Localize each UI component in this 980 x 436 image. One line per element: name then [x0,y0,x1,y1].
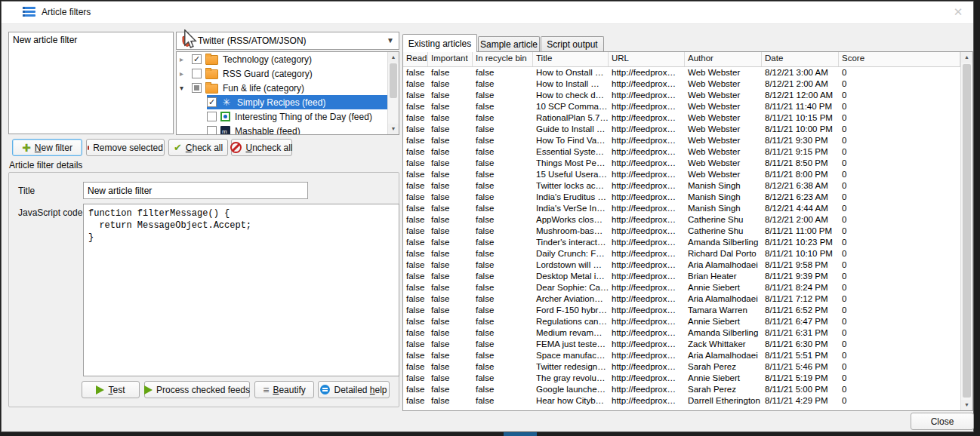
window-close-icon[interactable]: ✕ [951,5,966,20]
table-row[interactable]: falsefalsefalseFEMA just teste…http://fe… [403,339,960,350]
new-filter-button[interactable]: ✚ New filter [12,139,82,156]
scrollbar-thumb[interactable] [390,63,397,98]
table-row[interactable]: falsefalsefalseTwitter locks ac…http://f… [403,180,960,192]
check-icon: ✔ [174,142,182,153]
table-cell: 8/11/21 8:24 PM [762,282,839,293]
table-row[interactable]: falsefalsefalseThings Most Pe…http://fee… [403,158,960,169]
no-entry-icon [230,142,242,153]
account-combobox[interactable]: Twitter (RSS/ATOM/JSON) ▼ [176,32,399,50]
table-row[interactable]: falsefalsefalseFord F-150 hybr…http://fe… [403,305,960,316]
table-row[interactable]: falsefalsefalse10 SCP Comma…http://feedp… [403,101,960,112]
column-header[interactable]: URL [609,52,685,66]
checkbox-unchecked[interactable] [192,69,202,78]
table-row[interactable]: falsefalsefalseHow to check d…http://fee… [403,90,960,101]
table-row[interactable]: falsefalsefalseThe gray revolu…http://fe… [403,373,960,384]
table-cell: false [403,214,428,226]
filter-list-item[interactable]: New article filter [9,32,173,48]
scroll-up-icon[interactable]: ▲ [388,52,399,63]
table-row[interactable]: falsefalsefalseMedium revam…http://feedp… [403,327,960,339]
table-row[interactable]: falsefalsefalse15 Useful Usera…http://fe… [403,169,960,180]
table-cell: 8/12/21 12:00 AM [762,90,839,101]
table-cell: false [473,146,533,158]
table-cell: Space manufac… [533,350,609,361]
column-header[interactable]: Author [685,52,762,66]
close-button[interactable]: Close [911,413,974,430]
table-cell: false [473,361,533,373]
table-row[interactable]: falsefalsefalseRegulations can…http://fe… [403,316,960,327]
checkbox-checked[interactable] [192,54,202,64]
tree-item[interactable]: Fun & life (category) [177,81,387,95]
check-all-button[interactable]: ✔ Check all [168,139,228,156]
table-cell: India's Eruditus … [533,192,609,203]
column-header[interactable]: Important [428,52,473,66]
filters-list[interactable]: New article filter [8,32,174,134]
column-header[interactable]: Score [839,52,960,66]
table-row[interactable]: falsefalsefalseSpace manufac…http://feed… [403,350,960,361]
tab-sample-article[interactable]: Sample article [478,36,540,52]
table-row[interactable]: falsefalsefalseTinder's interact…http://… [403,237,960,248]
table-row[interactable]: falsefalsefalseAppWorks clos…http://feed… [403,214,960,226]
table-row[interactable]: falsefalsefalseTwitter redesign…http://f… [403,361,960,373]
table-cell: Catherine Shu [685,226,762,237]
table-row[interactable]: falsefalsefalseGoogle launche…http://fee… [403,384,960,395]
scrollbar-thumb[interactable] [963,64,971,398]
tree-item[interactable]: RSS Guard (category) [177,66,387,81]
tree-item[interactable]: Interesting Thing of the Day (feed) [177,109,387,124]
checkbox-unchecked[interactable] [207,126,217,134]
tree-item[interactable]: Technology (category) [177,52,387,66]
table-cell: http://feedprox… [609,158,685,169]
table-scrollbar[interactable]: ▲ ▼ [960,52,972,410]
table-cell: Things Most Pe… [533,158,609,169]
remove-selected-label: Remove selected [93,143,163,153]
table-cell: 0 [839,112,960,124]
table-cell: http://feedprox… [609,305,685,316]
process-checked-feeds-button[interactable]: Process checked feeds [144,381,250,398]
table-cell: http://feedprox… [609,226,685,237]
table-row[interactable]: falsefalsefalseGuide to Install …http://… [403,124,960,135]
table-row[interactable]: falsefalsefalseMushroom-bas…http://feedp… [403,226,960,237]
table-row[interactable]: falsefalsefalseRationalPlan 5.7…http://f… [403,112,960,124]
table-row[interactable]: falsefalsefalseIndia's Eruditus …http://… [403,192,960,203]
table-row[interactable]: falsefalsefalseDaily Crunch: F…http://fe… [403,248,960,259]
scroll-down-icon[interactable]: ▼ [388,124,399,134]
expander-collapsed-icon[interactable] [180,52,183,66]
tree-item[interactable]: Mashable (feed) [177,124,387,134]
table-cell: false [473,226,533,237]
remove-selected-button[interactable]: Remove selected [86,139,165,156]
checkbox-unchecked[interactable] [207,112,217,121]
table-row[interactable]: falsefalsefalseDesktop Metal i…http://fe… [403,271,960,282]
scroll-down-icon[interactable]: ▼ [961,400,972,410]
tree-scrollbar[interactable]: ▲ ▼ [387,52,399,134]
table-row[interactable]: falsefalsefalseLordstown will …http://fe… [403,259,960,271]
table-row[interactable]: falsefalsefalseDear Sophie: Ca…http://fe… [403,282,960,293]
column-header[interactable]: Read [403,52,428,66]
beautify-button[interactable]: ≡ Beautify [254,381,314,398]
table-cell: false [473,395,533,407]
scroll-up-icon[interactable]: ▲ [961,52,972,63]
table-row[interactable]: falsefalsefalseHear how Cityb…http://fee… [403,395,960,407]
column-header[interactable]: Date [762,52,839,66]
table-cell: 0 [839,90,960,101]
checkbox-checked[interactable] [207,97,217,107]
chevron-down-icon: ▼ [387,36,394,45]
table-cell: false [403,384,428,395]
expander-expanded-icon[interactable] [180,81,183,95]
table-row[interactable]: falsefalsefalseIndia's VerSe In…http://f… [403,203,960,214]
uncheck-all-button[interactable]: Uncheck all [231,139,292,156]
table-row[interactable]: falsefalsefalseHow To Find Va…http://fee… [403,135,960,146]
tree-item[interactable]: Simply Recipes (feed) [177,95,387,109]
table-row[interactable]: falsefalsefalseEssential Syste…http://fe… [403,146,960,158]
column-header[interactable]: Title [533,52,609,66]
title-input[interactable] [83,182,308,199]
table-row[interactable]: falsefalsefalseHow to Install …http://fe… [403,78,960,90]
table-row[interactable]: falsefalsefalseHow to Onstall …http://fe… [403,67,960,78]
test-button[interactable]: Test [82,381,140,398]
column-header[interactable]: In recycle bin [473,52,533,66]
tab-existing-articles[interactable]: Existing articles [402,34,477,52]
detailed-help-button[interactable]: Detailed help [318,381,390,398]
js-code-editor[interactable]: function filterMessage() { return Messag… [83,204,399,376]
checkbox-partial[interactable] [192,83,202,93]
expander-collapsed-icon[interactable] [180,66,183,81]
tab-script-output[interactable]: Script output [541,36,604,52]
table-row[interactable]: falsefalsefalseArcher Aviation…http://fe… [403,293,960,305]
